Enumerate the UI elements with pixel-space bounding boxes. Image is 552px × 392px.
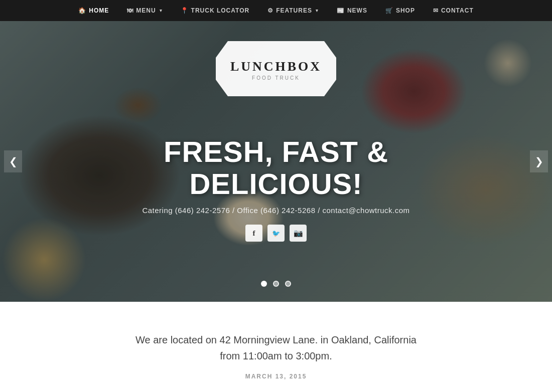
below-hero-section: We are located on 42 Morningview Lane. i… — [0, 302, 552, 392]
brand-logo: LUNCHBOX FOOD TRUCK — [216, 41, 336, 96]
hero-content: FRESH, FAST & DELICIOUS! Catering (646) … — [75, 136, 477, 252]
hero-section: LUNCHBOX FOOD TRUCK ❮ FRESH, FAST & DELI… — [0, 21, 552, 302]
date-text: MARCH 13, 2015 — [10, 373, 542, 380]
slider-dots — [261, 281, 291, 287]
slider-next-button[interactable]: ❯ — [530, 150, 548, 172]
nav-item-home[interactable]: 🏠 HOME — [69, 0, 118, 21]
nav-item-contact[interactable]: ✉ CONTACT — [424, 0, 483, 21]
news-icon: 📰 — [337, 7, 345, 14]
facebook-icon[interactable]: f — [245, 225, 262, 242]
nav-item-truck-locator[interactable]: 📍 TRUCK LOCATOR — [172, 0, 259, 21]
nav-item-menu[interactable]: 🍽 MENU ▾ — [118, 0, 171, 21]
slide-dot-2[interactable] — [273, 281, 279, 287]
hero-contact-line: Catering (646) 242-2576 / Office (646) 2… — [75, 206, 477, 215]
home-icon: 🏠 — [78, 7, 86, 14]
location-icon: 📍 — [181, 7, 189, 14]
instagram-icon[interactable]: 📷 — [290, 225, 307, 242]
slide-dot-3[interactable] — [285, 281, 291, 287]
location-text: We are located on 42 Morningview Lane. i… — [10, 332, 542, 364]
menu-icon: 🍽 — [127, 7, 133, 14]
main-nav: 🏠 HOME 🍽 MENU ▾ 📍 TRUCK LOCATOR ⚙ FEATUR… — [0, 0, 552, 21]
logo-title: LUNCHBOX — [230, 59, 322, 74]
hero-headline: FRESH, FAST & DELICIOUS! — [75, 136, 477, 200]
nav-item-features[interactable]: ⚙ FEATURES ▾ — [258, 0, 328, 21]
social-icons-group: f 🐦 📷 — [75, 225, 477, 242]
nav-item-news[interactable]: 📰 NEWS — [328, 0, 376, 21]
chevron-down-icon-2: ▾ — [316, 8, 319, 13]
twitter-icon[interactable]: 🐦 — [267, 225, 285, 242]
logo-subtitle: FOOD TRUCK — [252, 75, 300, 81]
envelope-icon: ✉ — [433, 7, 439, 14]
features-icon: ⚙ — [267, 7, 273, 14]
chevron-down-icon: ▾ — [160, 8, 163, 13]
shop-icon: 🛒 — [385, 7, 393, 14]
nav-item-shop[interactable]: 🛒 SHOP — [376, 0, 424, 21]
slide-dot-1[interactable] — [261, 281, 267, 287]
slider-prev-button[interactable]: ❮ — [4, 150, 22, 172]
